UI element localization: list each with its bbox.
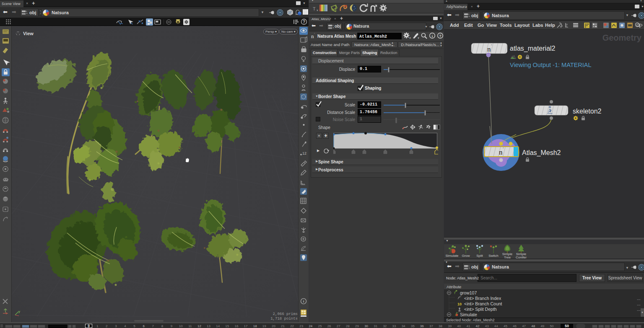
svg-text:...: ...: [637, 307, 641, 312]
svg-text:?: ?: [439, 34, 441, 38]
svg-text:2,066 prims: 2,066 prims: [273, 312, 298, 316]
svg-text:<int> Branch Index: <int> Branch Index: [464, 296, 501, 301]
svg-text:i: i: [432, 34, 433, 38]
svg-text:?: ?: [303, 20, 305, 24]
svg-text:Atlas_Mesh2: Atlas_Mesh2: [522, 149, 561, 157]
svg-text:n: n: [487, 45, 491, 53]
svg-text:Natsura Atlas Mesh: Natsura Atlas Mesh: [317, 34, 356, 39]
svg-text:10: 10: [457, 302, 462, 306]
svg-text:Viewing Output -1: MATERIAL: Viewing Output -1: MATERIAL: [510, 62, 592, 68]
svg-text:...: ...: [637, 301, 641, 306]
svg-text:´: ´: [314, 32, 315, 36]
svg-text:Split: Split: [476, 254, 483, 258]
svg-text:Geometry: Geometry: [602, 33, 642, 42]
svg-text:▼: ▼: [417, 37, 420, 39]
svg-text:1,718 points: 1,718 points: [270, 317, 298, 321]
svg-text:Atlas_Mesh2: Atlas_Mesh2: [359, 34, 387, 39]
svg-text:T: T: [313, 6, 316, 11]
svg-text:y: y: [18, 310, 20, 313]
svg-text:skeleton2: skeleton2: [573, 108, 602, 115]
svg-text:´: ´: [491, 44, 492, 48]
svg-text:<int> Branch Count: <int> Branch Count: [464, 301, 502, 306]
svg-text:Simulate: Simulate: [445, 254, 459, 258]
svg-text:<int> Split Depth: <int> Split Depth: [464, 307, 497, 312]
svg-text:View: View: [23, 31, 34, 36]
svg-text:n: n: [499, 148, 503, 156]
svg-text:Switch: Switch: [488, 254, 499, 258]
svg-text:Grow: Grow: [462, 254, 470, 258]
svg-text:...: ...: [637, 296, 641, 301]
svg-text:grow107: grow107: [460, 290, 477, 295]
svg-text:Simulate: Simulate: [460, 312, 477, 317]
svg-text:i: i: [303, 299, 304, 303]
svg-text:▼: ▼: [316, 9, 319, 12]
svg-text:12: 12: [302, 151, 306, 155]
svg-text:▼: ▼: [409, 37, 411, 39]
svg-text:atlas_material2: atlas_material2: [510, 45, 556, 52]
svg-text:n: n: [311, 33, 314, 39]
svg-text:´: ´: [503, 147, 504, 151]
